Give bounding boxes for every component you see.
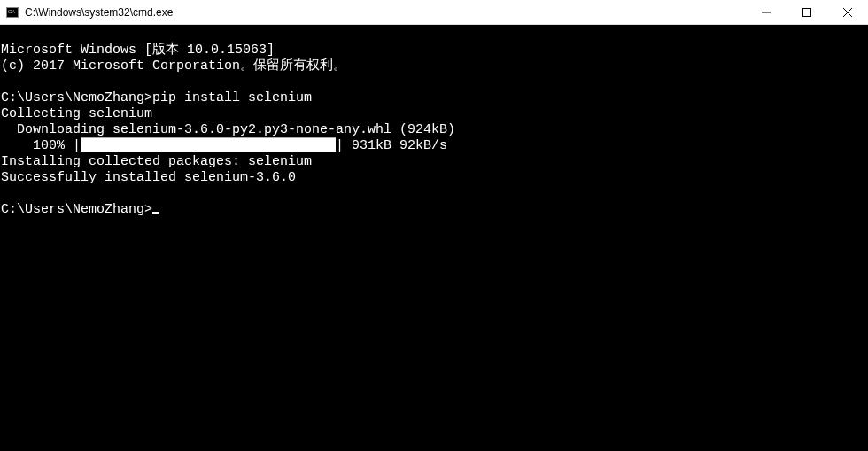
- progress-stats: | 931kB 92kB/s: [336, 138, 447, 153]
- output-line: Installing collected packages: selenium: [1, 154, 867, 170]
- cursor: [152, 212, 159, 214]
- output-line: Microsoft Windows [版本 10.0.15063]: [1, 43, 867, 58]
- output-blank: [1, 186, 867, 202]
- svg-rect-1: [803, 8, 811, 16]
- output-line: Downloading selenium-3.6.0-py2.py3-none-…: [1, 122, 867, 138]
- output-line: Collecting selenium: [1, 106, 867, 122]
- output-line: 100% |████████████████████████████████| …: [1, 138, 867, 154]
- minimize-icon: [762, 8, 771, 17]
- minimize-button[interactable]: [746, 0, 787, 24]
- progress-bar: ████████████████████████████████: [81, 138, 336, 154]
- window-title: C:\Windows\system32\cmd.exe: [25, 6, 746, 19]
- cmd-icon: [5, 5, 19, 19]
- titlebar-buttons: [746, 0, 868, 24]
- close-icon: [843, 8, 852, 17]
- output-line: (c) 2017 Microsoft Corporation。保留所有权利。: [1, 58, 867, 74]
- titlebar[interactable]: C:\Windows\system32\cmd.exe: [0, 0, 868, 25]
- output-line: Successfully installed selenium-3.6.0: [1, 170, 867, 186]
- output-line: C:\Users\NemoZhang>: [1, 202, 867, 218]
- prompt: C:\Users\NemoZhang>: [1, 202, 152, 217]
- terminal-output[interactable]: Microsoft Windows [版本 10.0.15063](c) 201…: [0, 25, 868, 451]
- maximize-button[interactable]: [787, 0, 827, 24]
- close-button[interactable]: [827, 0, 868, 24]
- output-blank: [1, 74, 867, 90]
- command: pip install selenium: [152, 90, 312, 105]
- maximize-icon: [802, 8, 811, 17]
- progress-percent: 100% |: [1, 138, 81, 153]
- cmd-window: C:\Windows\system32\cmd.exe Microsoft Wi…: [0, 0, 868, 451]
- prompt: C:\Users\NemoZhang>: [1, 90, 152, 105]
- output-line: C:\Users\NemoZhang>pip install selenium: [1, 90, 867, 106]
